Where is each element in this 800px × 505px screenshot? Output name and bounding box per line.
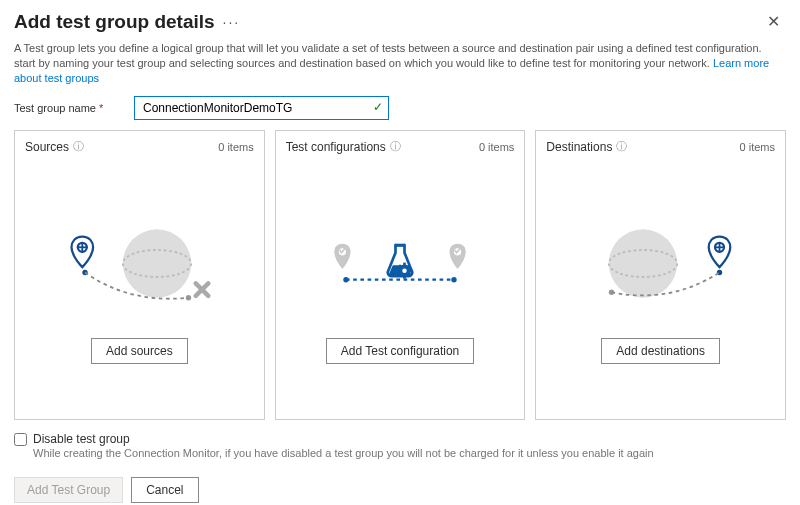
disable-help: While creating the Connection Monitor, i… [33, 447, 654, 459]
add-sources-button[interactable]: Add sources [91, 338, 188, 364]
sources-illustration-icon [49, 218, 229, 318]
more-icon[interactable]: ··· [223, 16, 241, 28]
testconfig-title: Test configurations [286, 140, 386, 154]
description-text: A Test group lets you define a logical g… [14, 42, 762, 69]
destinations-illustration-icon [571, 218, 751, 318]
svg-rect-14 [395, 243, 406, 246]
svg-line-24 [408, 265, 410, 267]
svg-point-25 [608, 229, 676, 297]
svg-line-21 [399, 265, 401, 267]
info-icon[interactable]: ⓘ [73, 139, 84, 154]
cancel-button[interactable]: Cancel [131, 477, 198, 503]
svg-point-16 [402, 268, 407, 273]
svg-point-10 [343, 277, 348, 282]
validated-icon: ✓ [373, 100, 383, 114]
testconfig-illustration-icon [310, 218, 490, 318]
test-group-name-input[interactable] [134, 96, 389, 120]
sources-count: 0 items [218, 141, 253, 153]
add-destinations-button[interactable]: Add destinations [601, 338, 720, 364]
add-test-group-button[interactable]: Add Test Group [14, 477, 123, 503]
svg-point-0 [123, 229, 191, 297]
info-icon[interactable]: ⓘ [616, 139, 627, 154]
svg-point-11 [451, 277, 456, 282]
sources-title: Sources [25, 140, 69, 154]
destinations-title: Destinations [546, 140, 612, 154]
info-icon[interactable]: ⓘ [390, 139, 401, 154]
testconfig-count: 0 items [479, 141, 514, 153]
disable-test-group-checkbox[interactable] [14, 433, 27, 446]
destinations-card: Destinations ⓘ 0 items Add destinations [535, 130, 786, 420]
test-group-name-label: Test group name * [14, 102, 134, 114]
close-icon[interactable]: ✕ [761, 10, 786, 33]
sources-card: Sources ⓘ 0 items Add [14, 130, 265, 420]
disable-label: Disable test group [33, 432, 654, 446]
svg-line-22 [408, 274, 410, 276]
add-testconfig-button[interactable]: Add Test configuration [326, 338, 475, 364]
testconfig-card: Test configurations ⓘ 0 items [275, 130, 526, 420]
destinations-count: 0 items [740, 141, 775, 153]
description: A Test group lets you define a logical g… [0, 37, 800, 94]
page-title: Add test group details [14, 11, 215, 33]
svg-line-23 [399, 274, 401, 276]
